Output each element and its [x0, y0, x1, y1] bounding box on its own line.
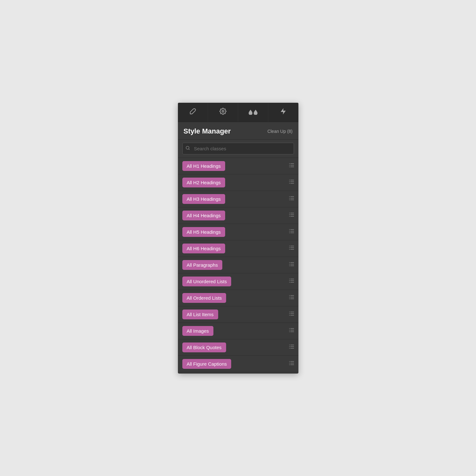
- list-icon[interactable]: [289, 245, 294, 251]
- list-item: All Block Quotes: [178, 339, 298, 356]
- svg-point-0: [222, 110, 224, 112]
- svg-point-80: [289, 363, 290, 363]
- svg-point-75: [289, 348, 290, 349]
- list-item: All H4 Headings: [178, 207, 298, 224]
- brush-button[interactable]: [178, 103, 208, 122]
- svg-point-68: [289, 330, 290, 330]
- class-tag[interactable]: All Block Quotes: [182, 342, 226, 352]
- list-icon[interactable]: [289, 328, 294, 334]
- class-tag[interactable]: All Ordered Lists: [182, 293, 226, 303]
- class-tag[interactable]: All H2 Headings: [182, 178, 225, 187]
- svg-point-32: [289, 231, 290, 231]
- class-tag[interactable]: All List Items: [182, 310, 218, 319]
- svg-point-13: [289, 180, 290, 180]
- class-tag[interactable]: All Figure Captions: [182, 359, 231, 369]
- svg-point-14: [289, 181, 290, 182]
- list-item: All H2 Headings: [178, 174, 298, 191]
- class-list: All H1 Headings All H2 Headings All H3 H…: [178, 158, 298, 374]
- list-icon[interactable]: [289, 262, 294, 268]
- list-item: All H3 Headings: [178, 191, 298, 207]
- list-icon[interactable]: [289, 212, 294, 218]
- list-item: All Unordered Lists: [178, 273, 298, 290]
- svg-point-21: [289, 199, 290, 200]
- svg-point-38: [289, 247, 290, 248]
- item-actions: [289, 212, 294, 218]
- item-actions: [289, 311, 294, 317]
- panel-title: Style Manager: [184, 127, 231, 135]
- drops-icon: [249, 110, 258, 115]
- svg-point-62: [289, 313, 290, 314]
- svg-point-49: [289, 279, 290, 279]
- svg-point-44: [289, 264, 290, 264]
- svg-point-15: [289, 183, 290, 184]
- search-input[interactable]: [182, 143, 294, 154]
- item-actions: [289, 196, 294, 202]
- list-item: All H1 Headings: [178, 158, 298, 174]
- list-icon[interactable]: [289, 179, 294, 185]
- class-tag[interactable]: All H1 Headings: [182, 161, 225, 171]
- svg-point-79: [289, 361, 290, 362]
- svg-point-37: [289, 246, 290, 246]
- list-item: All Paragraphs: [178, 257, 298, 273]
- item-actions: [289, 361, 294, 367]
- item-actions: [289, 245, 294, 251]
- svg-point-27: [289, 216, 290, 217]
- panel-header: Style Manager Clean Up (8): [178, 122, 298, 140]
- svg-point-43: [289, 262, 290, 263]
- list-item: All Ordered Lists: [178, 290, 298, 306]
- gear-button[interactable]: [208, 103, 238, 122]
- class-tag[interactable]: All H5 Headings: [182, 227, 225, 237]
- style-manager-panel: Style Manager Clean Up (8) All H1 Headin…: [178, 103, 298, 374]
- svg-point-26: [289, 214, 290, 215]
- list-icon[interactable]: [289, 361, 294, 367]
- list-icon[interactable]: [289, 295, 294, 301]
- list-icon[interactable]: [289, 278, 294, 284]
- svg-point-9: [289, 166, 290, 167]
- svg-point-61: [289, 312, 290, 312]
- class-tag[interactable]: All H3 Headings: [182, 194, 225, 204]
- gear-icon: [219, 108, 226, 116]
- class-tag[interactable]: All Images: [182, 326, 213, 336]
- svg-point-39: [289, 249, 290, 250]
- item-actions: [289, 179, 294, 185]
- list-icon[interactable]: [289, 196, 294, 202]
- toolbar: [178, 103, 298, 122]
- item-actions: [289, 344, 294, 350]
- list-icon[interactable]: [289, 163, 294, 169]
- svg-point-69: [289, 331, 290, 332]
- item-actions: [289, 229, 294, 235]
- item-actions: [289, 278, 294, 284]
- item-actions: [289, 163, 294, 169]
- class-tag[interactable]: All Paragraphs: [182, 260, 222, 270]
- list-item: All Figure Captions: [178, 356, 298, 372]
- brush-icon: [189, 108, 196, 116]
- cleanup-button[interactable]: Clean Up (8): [267, 129, 292, 134]
- list-item: All H5 Headings: [178, 224, 298, 240]
- list-icon[interactable]: [289, 311, 294, 317]
- svg-point-63: [289, 315, 290, 316]
- class-tag[interactable]: All H4 Headings: [182, 211, 225, 220]
- svg-marker-1: [281, 108, 286, 114]
- svg-point-31: [289, 229, 290, 230]
- list-icon[interactable]: [289, 344, 294, 350]
- svg-point-73: [289, 345, 290, 345]
- drops-button[interactable]: [238, 103, 268, 122]
- svg-point-19: [289, 196, 290, 197]
- class-tag[interactable]: All H6 Headings: [182, 244, 225, 253]
- svg-point-45: [289, 265, 290, 266]
- item-actions: [289, 262, 294, 268]
- svg-point-51: [289, 282, 290, 283]
- svg-point-67: [289, 328, 290, 329]
- class-tag[interactable]: All Unordered Lists: [182, 277, 231, 286]
- svg-point-50: [289, 280, 290, 281]
- list-item: All H6 Headings: [178, 240, 298, 257]
- svg-point-25: [289, 213, 290, 213]
- lightning-icon: [280, 108, 286, 116]
- item-actions: [289, 328, 294, 334]
- list-icon[interactable]: [289, 229, 294, 235]
- item-actions: [289, 295, 294, 301]
- list-item: All Images: [178, 323, 298, 339]
- lightning-button[interactable]: [268, 103, 298, 122]
- svg-point-74: [289, 346, 290, 347]
- svg-point-81: [289, 364, 290, 365]
